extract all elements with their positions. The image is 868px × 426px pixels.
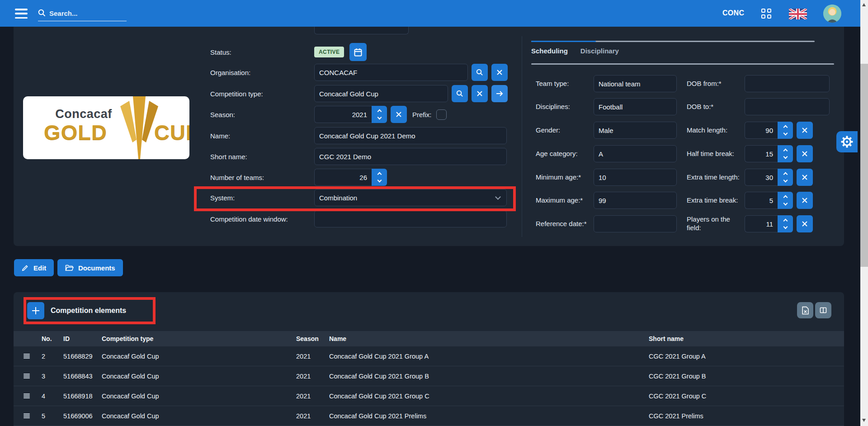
stepper-up-icon[interactable]: [377, 109, 382, 114]
organisation-input[interactable]: [314, 64, 468, 81]
competition-type-goto-button[interactable]: [491, 85, 508, 102]
scrollbar-up-arrow[interactable]: [862, 3, 866, 6]
name-label: Name:: [210, 132, 314, 140]
cell-short-name: CGC 2021 Group B: [649, 373, 844, 380]
extra-time-break-clear-button[interactable]: [797, 192, 813, 209]
competition-date-window-input[interactable]: [314, 210, 507, 227]
disciplines-input[interactable]: [594, 98, 677, 115]
organisation-clear-button[interactable]: [491, 64, 508, 81]
column-settings-button[interactable]: [815, 302, 831, 318]
name-input[interactable]: [314, 127, 507, 144]
documents-button-label: Documents: [78, 264, 115, 272]
stepper-up-icon[interactable]: [783, 125, 788, 130]
apps-grid-icon[interactable]: [761, 9, 772, 19]
number-of-teams-stepper[interactable]: [372, 169, 387, 186]
stepper-up-icon[interactable]: [783, 219, 788, 223]
table-row[interactable]: 2 51668829 Concacaf Gold Cup 2021 Concac…: [14, 346, 844, 366]
dob-from-row: DOB from:*: [687, 75, 830, 92]
stepper-down-icon[interactable]: [783, 225, 788, 229]
header-competition-type: Competition type: [102, 335, 296, 342]
header-no: No.: [42, 335, 63, 342]
players-on-field-stepper[interactable]: [778, 215, 793, 232]
table-row[interactable]: 3 51668843 Concacaf Gold Cup 2021 Concac…: [14, 366, 844, 386]
minimum-age-input[interactable]: [594, 169, 677, 186]
active-tab-indicator: [531, 41, 596, 42]
scrollbar-down-arrow[interactable]: [862, 419, 866, 422]
extra-time-break-stepper[interactable]: [778, 192, 793, 209]
match-length-stepper[interactable]: [778, 122, 793, 139]
drag-handle-icon[interactable]: [24, 393, 30, 398]
drag-handle-icon[interactable]: [24, 413, 30, 418]
match-length-clear-button[interactable]: [797, 122, 813, 139]
system-select[interactable]: Combination: [314, 189, 507, 206]
status-calendar-button[interactable]: [349, 43, 367, 61]
clipped-top-input[interactable]: [314, 27, 409, 34]
stepper-down-icon[interactable]: [783, 201, 788, 206]
dob-from-label: DOB from:*: [687, 80, 745, 88]
team-type-input[interactable]: [594, 75, 677, 92]
system-row: System: Combination: [210, 189, 507, 206]
number-of-teams-input[interactable]: [314, 169, 372, 186]
dob-from-input[interactable]: [745, 75, 830, 92]
players-on-field-input[interactable]: [745, 215, 778, 232]
competition-type-search-button[interactable]: [452, 85, 468, 102]
dob-to-input[interactable]: [745, 98, 830, 115]
stepper-up-icon[interactable]: [783, 172, 788, 177]
tab-scheduling[interactable]: Scheduling: [531, 47, 568, 55]
cell-season: 2021: [296, 353, 329, 360]
competition-type-clear-button[interactable]: [472, 85, 488, 102]
stepper-up-icon[interactable]: [783, 149, 788, 153]
half-time-break-stepper[interactable]: [778, 145, 793, 162]
age-category-input[interactable]: [594, 145, 677, 162]
half-time-break-input[interactable]: [745, 145, 778, 162]
export-excel-button[interactable]: [797, 302, 813, 318]
cell-name: Concacaf Gold Cup 2021 Group B: [329, 373, 649, 380]
tab-disciplinary[interactable]: Disciplinary: [580, 47, 619, 55]
documents-button[interactable]: Documents: [57, 259, 123, 276]
settings-gear-button[interactable]: [836, 131, 858, 152]
edit-button[interactable]: Edit: [14, 259, 54, 276]
drag-handle-icon[interactable]: [24, 354, 30, 359]
cell-no: 5: [42, 412, 63, 420]
stepper-down-icon[interactable]: [377, 178, 382, 183]
search-input[interactable]: [49, 9, 140, 17]
reference-date-input[interactable]: [594, 215, 677, 232]
maximum-age-input[interactable]: [594, 192, 677, 209]
prefix-checkbox[interactable]: [436, 109, 447, 120]
competition-date-window-label: Competition date window:: [210, 215, 314, 223]
stepper-up-icon[interactable]: [377, 172, 382, 177]
add-competition-element-button[interactable]: [27, 302, 44, 319]
half-time-break-label: Half time break:: [687, 150, 745, 158]
season-stepper[interactable]: [372, 106, 387, 123]
user-avatar[interactable]: [823, 5, 841, 23]
extra-time-length-stepper[interactable]: [778, 169, 793, 186]
minimum-age-label: Minimum age:*: [536, 173, 594, 182]
stepper-down-icon[interactable]: [377, 115, 382, 120]
table-row[interactable]: 4 51668918 Concacaf Gold Cup 2021 Concac…: [14, 386, 844, 406]
extra-time-length-input[interactable]: [745, 169, 778, 186]
table-row[interactable]: 5 51669006 Concacaf Gold Cup 2021 Concac…: [14, 406, 844, 426]
half-time-break-clear-button[interactable]: [797, 145, 813, 162]
short-name-input[interactable]: [314, 148, 507, 165]
stepper-up-icon[interactable]: [783, 195, 788, 200]
stepper-down-icon[interactable]: [783, 178, 788, 183]
organisation-search-button[interactable]: [472, 64, 488, 81]
organisation-code-label[interactable]: CONC: [722, 9, 744, 17]
stepper-down-icon[interactable]: [783, 155, 788, 159]
match-length-input[interactable]: [745, 122, 778, 139]
extra-time-length-clear-button[interactable]: [797, 169, 813, 186]
players-on-field-clear-button[interactable]: [797, 215, 813, 232]
season-clear-button[interactable]: [391, 106, 407, 123]
cell-id: 51668918: [63, 393, 102, 400]
drag-handle-icon[interactable]: [24, 374, 30, 379]
scrollbar-thumb[interactable]: [860, 64, 868, 267]
match-length-row: Match length:: [687, 122, 813, 139]
season-input[interactable]: [314, 106, 372, 123]
dob-to-row: DOB to:*: [687, 98, 830, 115]
competition-type-input[interactable]: [314, 85, 448, 102]
stepper-down-icon[interactable]: [783, 131, 788, 136]
hamburger-menu-icon[interactable]: [15, 9, 28, 19]
uk-flag-icon[interactable]: [789, 9, 807, 19]
gender-input[interactable]: [594, 122, 677, 139]
extra-time-break-input[interactable]: [745, 192, 778, 209]
